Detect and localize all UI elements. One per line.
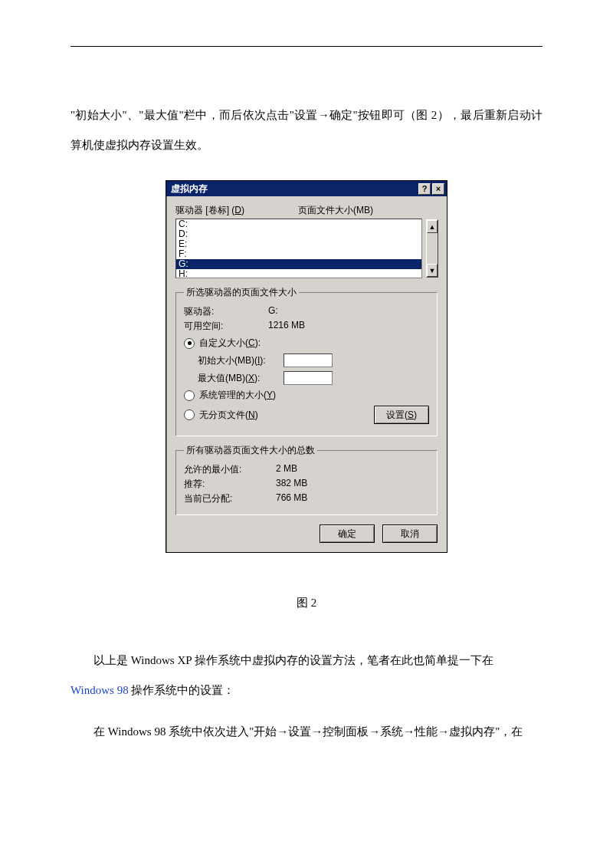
radio-no-paging[interactable]: 无分页文件(N) [184,409,258,422]
list-item[interactable]: C: [176,219,421,229]
selected-drive-legend: 所选驱动器的页面文件大小 [184,286,299,299]
max-size-input[interactable] [284,371,333,385]
followup-paragraph-1: 以上是 Windows XP 操作系统中虚拟内存的设置方法，笔者在此也简单提一下… [70,646,543,705]
max-size-label: 最大值(MB)(X): [184,372,284,385]
initial-size-label: 初始大小(MB)(I): [184,354,284,367]
totals-legend: 所有驱动器页面文件大小的总数 [184,444,317,457]
ok-button[interactable]: 确定 [320,524,375,543]
radio-custom-size[interactable]: 自定义大小(C): [184,337,429,350]
free-space-label: 可用空间: [184,320,268,333]
close-button[interactable]: × [432,183,444,195]
rec-label: 推荐: [184,478,276,491]
cancel-button[interactable]: 取消 [382,524,438,543]
cur-value: 766 MB [276,492,307,505]
col-drive-label: 驱动器 [卷标] (D) [175,204,298,217]
scroll-up-icon[interactable]: ▲ [427,220,438,233]
drive-value: G: [268,305,278,318]
help-button[interactable]: ? [418,183,431,195]
drive-label: 驱动器: [184,305,268,318]
list-item[interactable]: F: [176,249,421,259]
drive-list[interactable]: C: D: E: F: G: H: [175,219,422,278]
radio-system-managed[interactable]: 系统管理的大小(Y) [184,389,429,402]
radio-icon[interactable] [184,390,195,401]
list-item[interactable]: E: [176,239,421,249]
dialog-title: 虚拟内存 [171,182,417,196]
totals-group: 所有驱动器页面文件大小的总数 允许的最小值:2 MB 推荐:382 MB 当前已… [175,444,438,515]
set-button[interactable]: 设置(S) [374,406,429,424]
top-rule [70,46,543,47]
list-item[interactable]: H: [176,269,421,278]
cur-label: 当前已分配: [184,492,276,505]
list-item-selected[interactable]: G: [176,259,421,269]
scrollbar[interactable]: ▲ ▼ [426,219,438,278]
rec-value: 382 MB [276,478,307,491]
list-item[interactable]: D: [176,229,421,239]
windows-98-link[interactable]: Windows 98 [70,684,129,696]
figure-caption: 图 2 [70,596,543,610]
min-label: 允许的最小值: [184,463,276,476]
drive-list-header: 驱动器 [卷标] (D) 页面文件大小(MB) [175,204,438,217]
selected-drive-group: 所选驱动器的页面文件大小 驱动器:G: 可用空间:1216 MB 自定义大小(C… [175,286,438,436]
min-value: 2 MB [276,463,297,476]
col-size-label: 页面文件大小(MB) [298,204,438,217]
initial-size-input[interactable] [284,353,333,367]
followup-paragraph-2: 在 Windows 98 系统中依次进入"开始→设置→控制面板→系统→性能→虚拟… [70,717,543,747]
scroll-down-icon[interactable]: ▼ [427,264,438,277]
dialog-titlebar[interactable]: 虚拟内存 ? × [166,181,447,196]
radio-icon[interactable] [184,338,195,349]
radio-icon[interactable] [184,409,195,420]
virtual-memory-dialog: 虚拟内存 ? × 驱动器 [卷标] (D) 页面文件大小(MB) C: D: E… [166,180,447,553]
free-space-value: 1216 MB [268,320,305,333]
intro-paragraph: "初始大小"、"最大值"栏中，而后依次点击"设置→确定"按钮即可（图 2），最后… [70,100,543,160]
